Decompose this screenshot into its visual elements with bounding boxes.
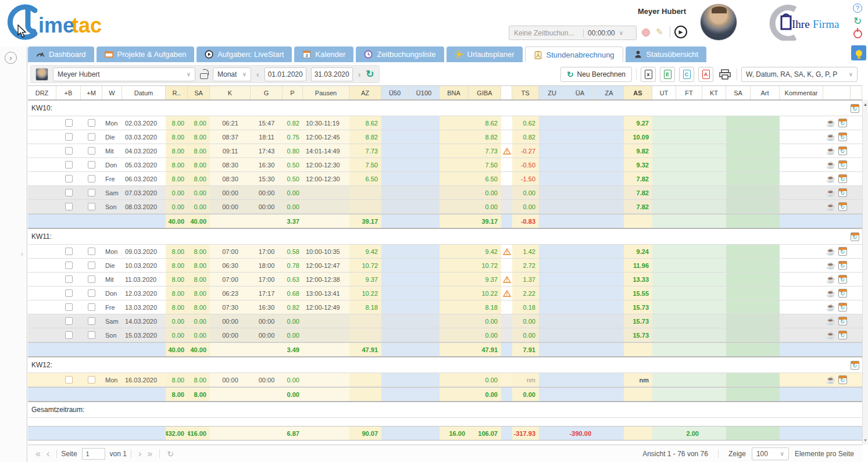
column-header-za[interactable]: ZA: [595, 86, 624, 99]
calendar-edit-icon[interactable]: [838, 202, 847, 211]
row-checkbox[interactable]: [88, 331, 95, 339]
column-header-bna[interactable]: BNA: [440, 86, 469, 99]
break-coffee-icon[interactable]: ☕: [826, 119, 835, 127]
calendar-edit-icon[interactable]: [838, 132, 847, 141]
calendar-export-icon[interactable]: [851, 232, 859, 241]
row-checkbox[interactable]: [88, 317, 95, 325]
user-select[interactable]: Meyer Hubert ∨: [53, 67, 195, 81]
column-header-sa[interactable]: SA: [726, 86, 751, 99]
calendar-edit-icon[interactable]: [838, 375, 847, 384]
calendar-edit-icon[interactable]: [838, 331, 847, 339]
break-coffee-icon[interactable]: ☕: [826, 289, 835, 297]
row-checkbox[interactable]: [65, 275, 73, 283]
visible-columns-select[interactable]: W, Datum, RA, SA, K, G, P, P ∨: [741, 67, 858, 82]
break-coffee-icon[interactable]: ☕: [826, 248, 835, 255]
calendar-edit-icon[interactable]: [838, 174, 847, 183]
warning-icon[interactable]: [501, 144, 512, 157]
unlock-icon[interactable]: [200, 73, 208, 79]
row-checkbox[interactable]: [88, 376, 95, 384]
export-csv-button[interactable]: C: [679, 67, 694, 82]
chevron-down-icon[interactable]: ∨: [619, 30, 627, 36]
warning-icon[interactable]: [501, 286, 512, 300]
calendar-edit-icon[interactable]: [838, 303, 847, 311]
column-header-zu[interactable]: ZU: [539, 86, 566, 99]
break-coffee-icon[interactable]: ☕: [826, 147, 835, 155]
print-button[interactable]: [717, 67, 733, 82]
break-coffee-icon[interactable]: ☕: [826, 175, 835, 182]
break-coffee-icon[interactable]: ☕: [826, 189, 835, 196]
tab-dashboard[interactable]: Dashboard: [28, 46, 94, 62]
column-header-as[interactable]: AS: [624, 86, 652, 99]
recalculate-button[interactable]: ↻ Neu Berechnen: [560, 67, 632, 82]
break-coffee-icon[interactable]: ☕: [826, 133, 835, 141]
export-e-button[interactable]: E: [660, 67, 675, 82]
column-header-last[interactable]: [851, 86, 862, 99]
break-coffee-icon[interactable]: ☕: [826, 303, 835, 311]
tab-kalender[interactable]: 3Kalender: [294, 46, 353, 62]
column-header-giba[interactable]: GIBA: [469, 86, 501, 99]
tab-urlaubsplaner[interactable]: Urlaubsplaner: [446, 46, 523, 62]
row-checkbox[interactable]: [88, 147, 95, 155]
column-header-+m[interactable]: +M: [81, 86, 102, 99]
warning-icon[interactable]: [501, 273, 512, 286]
tab-zeitbuchungsliste[interactable]: Zeitbuchungsliste: [356, 46, 444, 62]
row-checkbox[interactable]: [88, 203, 95, 210]
calendar-edit-icon[interactable]: [838, 289, 847, 298]
scroll-up-arrow[interactable]: ▲: [863, 102, 867, 106]
break-coffee-icon[interactable]: ☕: [826, 203, 835, 210]
reload-page-icon[interactable]: ↻: [164, 449, 177, 459]
row-checkbox[interactable]: [65, 203, 73, 210]
column-header-ü50[interactable]: Ü50: [381, 86, 409, 99]
last-page-button[interactable]: »: [144, 449, 155, 459]
column-header-datum[interactable]: Datum: [122, 86, 166, 99]
column-header-kommentar[interactable]: Kommentar: [780, 86, 823, 99]
column-header-ft[interactable]: FT: [676, 86, 702, 99]
row-checkbox[interactable]: [88, 133, 95, 141]
date-to-input[interactable]: [311, 67, 353, 81]
calendar-edit-icon[interactable]: [838, 188, 847, 197]
row-checkbox[interactable]: [65, 175, 73, 182]
panel-drag-handle[interactable]: ›: [21, 250, 23, 258]
calendar-export-icon[interactable]: [851, 104, 859, 113]
calendar-edit-icon[interactable]: [838, 317, 847, 325]
row-checkbox[interactable]: [88, 161, 95, 169]
timer-status[interactable]: Keine Zeitbuchun...: [509, 29, 584, 37]
reload-dates-icon[interactable]: ↻: [366, 68, 374, 80]
stop-recording-icon[interactable]: [642, 28, 650, 37]
column-header-sa[interactable]: SA: [188, 86, 210, 99]
column-header-art[interactable]: Art: [751, 86, 780, 99]
row-checkbox[interactable]: [88, 262, 95, 269]
row-checkbox[interactable]: [65, 289, 73, 297]
row-checkbox[interactable]: [88, 303, 95, 311]
row-checkbox[interactable]: [65, 119, 73, 127]
export-excel-button[interactable]: x: [641, 67, 656, 82]
export-pdf-button[interactable]: A: [698, 67, 713, 82]
column-header-üa[interactable]: ÜA: [566, 86, 595, 99]
hints-lightbulb-button[interactable]: [851, 45, 866, 60]
tab-projekte-aufgaben[interactable]: Projekte & Aufgaben: [97, 46, 195, 62]
row-checkbox[interactable]: [88, 189, 95, 196]
break-coffee-icon[interactable]: ☕: [826, 376, 835, 384]
column-header-kt[interactable]: KT: [702, 86, 726, 99]
row-checkbox[interactable]: [65, 147, 73, 155]
row-checkbox[interactable]: [65, 161, 73, 169]
row-checkbox[interactable]: [65, 262, 73, 269]
expand-panel-button[interactable]: ›: [5, 52, 17, 64]
column-header-warn[interactable]: [501, 86, 512, 99]
period-select[interactable]: Monat ∨: [213, 67, 251, 81]
break-coffee-icon[interactable]: ☕: [826, 331, 835, 339]
column-header-ut[interactable]: UT: [652, 86, 676, 99]
help-icon[interactable]: ?: [853, 3, 862, 13]
logout-power-icon[interactable]: [853, 30, 862, 38]
vertical-scrollbar[interactable]: ▲ ▼: [862, 100, 868, 445]
break-coffee-icon[interactable]: ☕: [826, 262, 835, 269]
column-header-+b[interactable]: +B: [56, 86, 81, 99]
edit-pencil-icon[interactable]: ✎: [656, 27, 663, 37]
row-checkbox[interactable]: [65, 248, 73, 255]
calendar-edit-icon[interactable]: [838, 275, 847, 284]
tab-statusübersicht[interactable]: Statusübersicht: [626, 46, 707, 62]
break-coffee-icon[interactable]: ☕: [826, 161, 835, 169]
row-checkbox[interactable]: [65, 303, 73, 311]
column-header-g[interactable]: G: [251, 86, 283, 99]
tab-aufgaben-livestart[interactable]: Aufgaben: LiveStart: [197, 46, 292, 62]
